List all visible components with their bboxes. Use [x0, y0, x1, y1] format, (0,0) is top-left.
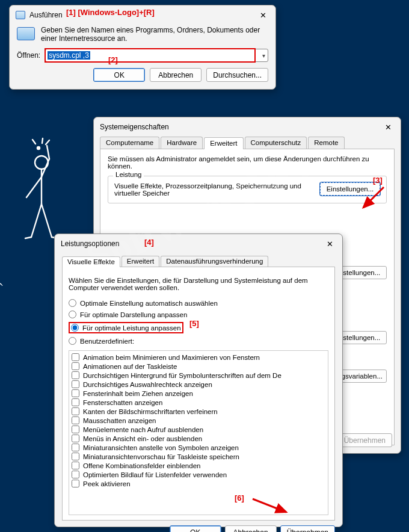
perfopt-ok-button[interactable]: OK — [170, 525, 221, 532]
tab-visuelle-effekte[interactable]: Visuelle Effekte — [62, 256, 120, 267]
program-icon — [17, 27, 35, 40]
visual-effect-checkbox[interactable]: Menüs in Ansicht ein- oder ausblenden — [72, 434, 325, 443]
visual-effect-checkbox[interactable]: Kanten der Bildschirmschriftarten verfei… — [72, 407, 325, 416]
tab-remote[interactable]: Remote — [308, 137, 344, 149]
visual-effect-checkbox[interactable]: Menüelemente nach Aufruf ausblenden — [72, 425, 325, 434]
perfopt-cancel-button[interactable]: Abbrechen — [225, 525, 277, 532]
radio-auto[interactable]: Optimale Einstellung automatisch auswähl… — [69, 299, 328, 307]
radio-custom[interactable]: Benutzerdefiniert: — [69, 337, 328, 345]
visual-effect-checkbox[interactable]: Animationen auf der Taskleiste — [72, 362, 325, 371]
visual-effect-checkbox[interactable]: Animation beim Minimieren und Maximieren… — [72, 353, 325, 362]
visual-effect-checkbox[interactable]: Fensterschatten anzeigen — [72, 398, 325, 407]
visual-effect-checkbox[interactable]: Miniaturansichtenvorschau für Taskleiste… — [72, 452, 325, 461]
svg-line-11 — [42, 138, 43, 143]
einstellungen-leistung-button[interactable]: Einstellungen... — [320, 182, 380, 196]
perfopt-title: Leistungsoptionen — [61, 240, 322, 248]
run-dialog: Ausführen ✕ Geben Sie den Namen eines Pr… — [9, 5, 276, 90]
perfopt-description: Wählen Sie die Einstellungen, die für Da… — [69, 277, 328, 291]
run-command-input[interactable]: sysdm.cpl ,3 ▾ — [45, 49, 268, 62]
visual-effect-checkbox[interactable]: Durchsichtiges Auswahlrechteck anzeigen — [72, 380, 325, 389]
run-description: Geben Sie den Namen eines Programms, Ord… — [41, 26, 268, 43]
tab-computername[interactable]: Computername — [100, 137, 159, 149]
visual-effect-checkbox[interactable]: Optimierten Bildlauf für Listenfelder ve… — [72, 470, 325, 479]
visual-effect-checkbox[interactable]: Offene Kombinationsfelder einblenden — [72, 461, 325, 470]
sysprops-title: Systemeigenschaften — [100, 123, 380, 131]
tab-erweitert[interactable]: Erweitert — [204, 137, 243, 149]
run-icon — [16, 11, 25, 19]
svg-line-8 — [47, 146, 49, 159]
tab-computerschutz[interactable]: Computerschutz — [245, 137, 307, 149]
close-icon[interactable]: ✕ — [380, 121, 396, 133]
open-label: Öffnen: — [17, 51, 40, 60]
visual-effect-checkbox[interactable]: Miniaturansichten anstelle von Symbolen … — [72, 443, 325, 452]
tab-perf-erweitert[interactable]: Erweitert — [121, 256, 159, 267]
svg-line-10 — [32, 140, 35, 144]
svg-line-2 — [31, 204, 42, 237]
dropdown-icon[interactable]: ▾ — [262, 52, 265, 59]
svg-point-9 — [37, 147, 40, 149]
svg-line-6 — [26, 177, 42, 197]
visual-effect-checkbox[interactable]: Durchsichtigen Hintergrund für Symbolunt… — [72, 371, 325, 380]
close-icon[interactable]: ✕ — [255, 9, 271, 21]
performance-options-dialog: Leistungsoptionen ✕ Visuelle Effekte Erw… — [54, 234, 343, 527]
close-icon[interactable]: ✕ — [322, 238, 337, 250]
group-leistung-legend: Leistung — [113, 171, 144, 178]
svg-line-4 — [25, 237, 31, 238]
ok-button[interactable]: OK — [93, 68, 145, 82]
watermark-side-url: www.SoftwareOK.de :-) — [0, 282, 4, 424]
svg-line-12 — [46, 140, 49, 144]
run-title: Ausführen — [29, 11, 255, 19]
tab-hardware[interactable]: Hardware — [161, 137, 203, 149]
group-leistung-desc: Visuelle Effekte, Prozessorzeitplanung, … — [114, 182, 316, 197]
radio-best-performance[interactable]: Für optimale Leistung anpassen — [69, 322, 183, 333]
admin-note: Sie müssen als Administrator angemeldet … — [108, 155, 387, 170]
visual-effect-checkbox[interactable]: Peek aktivieren — [72, 479, 325, 488]
svg-line-7 — [42, 159, 49, 177]
tab-dep[interactable]: Datenausführungsverhinderung — [161, 256, 268, 267]
cancel-button[interactable]: Abbrechen — [150, 68, 201, 82]
browse-button[interactable]: Durchsuchen... — [206, 68, 268, 82]
radio-best-appearance[interactable]: Für optimale Darstellung anpassen — [69, 311, 328, 318]
svg-line-3 — [42, 204, 52, 237]
visual-effects-list[interactable]: Animation beim Minimieren und Maximieren… — [69, 350, 328, 515]
sysprops-apply-button[interactable]: Übernehmen — [337, 433, 392, 447]
perfopt-apply-button[interactable]: Übernehmen — [280, 525, 335, 532]
visual-effect-checkbox[interactable]: Mausschatten anzeigen — [72, 416, 325, 425]
visual-effect-checkbox[interactable]: Fensterinhalt beim Ziehen anzeigen — [72, 389, 325, 398]
